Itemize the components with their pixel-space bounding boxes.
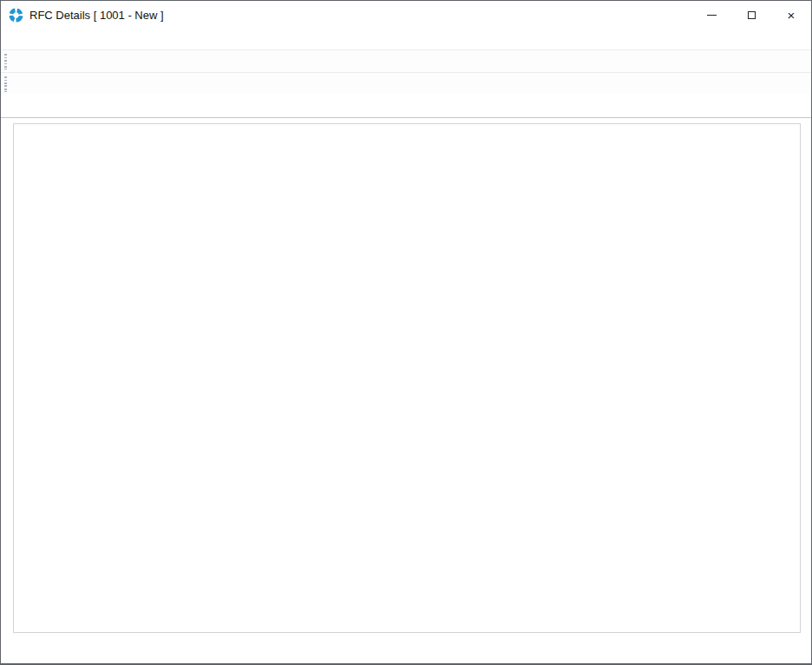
title-bar: RFC Details [ 1001 - New ] ×: [1, 1, 811, 29]
toolbar-grip[interactable]: [4, 54, 7, 69]
minimize-button[interactable]: [691, 1, 731, 29]
format-toolbar: [1, 72, 811, 95]
minimize-icon: [707, 15, 717, 16]
tab-content-area: [1, 118, 811, 663]
tab-strip: [1, 95, 811, 118]
close-button[interactable]: ×: [771, 1, 811, 29]
tasks-button-row: [14, 124, 800, 139]
app-logo-icon: [9, 8, 23, 23]
menu-bar: [1, 29, 811, 49]
tasks-panel: [13, 123, 801, 633]
window-title: RFC Details [ 1001 - New ]: [29, 9, 164, 22]
toolbar-grip[interactable]: [4, 76, 7, 92]
maximize-button[interactable]: [731, 1, 771, 29]
close-icon: ×: [788, 8, 796, 23]
maximize-icon: [748, 11, 756, 19]
main-toolbar: [1, 49, 811, 72]
rfc-details-window: RFC Details [ 1001 - New ] ×: [0, 0, 812, 665]
